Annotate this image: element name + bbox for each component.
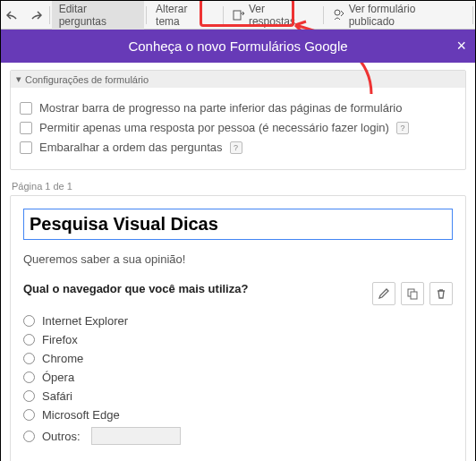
radio-option-other[interactable] bbox=[23, 431, 35, 442]
option-other-row: Outros: bbox=[23, 427, 453, 445]
banner-text: Conheça o novo Formulários Google bbox=[128, 38, 347, 54]
option-label: Ópera bbox=[42, 371, 74, 384]
view-published-button[interactable]: Ver formulário publicado bbox=[326, 0, 471, 31]
option-row: Chrome bbox=[23, 352, 453, 365]
radio-option[interactable] bbox=[23, 334, 35, 346]
option-row: Firefox bbox=[23, 333, 453, 346]
edit-questions-tab[interactable]: Editar perguntas bbox=[52, 0, 144, 31]
undo-button[interactable] bbox=[1, 3, 24, 28]
checkbox-progress-bar[interactable] bbox=[20, 102, 32, 115]
help-icon[interactable]: ? bbox=[396, 122, 409, 134]
setting-label: Permitir apenas uma resposta por pessoa … bbox=[39, 121, 389, 134]
option-row: Safári bbox=[23, 389, 453, 403]
checkbox-one-response[interactable] bbox=[20, 122, 32, 134]
option-row: Internet Explorer bbox=[23, 314, 453, 328]
edit-question-button[interactable] bbox=[372, 282, 395, 305]
view-responses-label: Ver respostas bbox=[249, 3, 314, 28]
setting-label: Embaralhar a ordem das perguntas bbox=[39, 141, 223, 154]
view-responses-icon bbox=[233, 10, 245, 21]
setting-progress-bar: Mostrar barra de progresso na parte infe… bbox=[20, 101, 456, 115]
question-text: Qual o navegador que você mais utiliza? bbox=[23, 282, 372, 295]
promo-banner: Conheça o novo Formulários Google × bbox=[1, 30, 475, 63]
option-other-label: Outros: bbox=[42, 430, 81, 443]
view-published-label: Ver formulário publicado bbox=[349, 3, 463, 28]
form-editor-card: Queremos saber a sua opinião! Qual o nav… bbox=[10, 195, 466, 461]
delete-question-button[interactable] bbox=[429, 282, 453, 305]
view-published-icon bbox=[333, 9, 345, 21]
checkbox-shuffle[interactable] bbox=[20, 141, 32, 154]
collapse-icon: ▾ bbox=[16, 73, 21, 85]
toolbar: Editar perguntas Alterar tema Ver respos… bbox=[1, 1, 475, 30]
change-theme-button[interactable]: Alterar tema bbox=[149, 0, 221, 31]
radio-option[interactable] bbox=[23, 390, 35, 402]
radio-option[interactable] bbox=[23, 315, 35, 327]
view-responses-button[interactable]: Ver respostas bbox=[225, 0, 321, 31]
radio-option[interactable] bbox=[23, 371, 35, 383]
option-label: Firefox bbox=[42, 333, 78, 346]
help-icon[interactable]: ? bbox=[230, 141, 242, 154]
radio-option[interactable] bbox=[23, 353, 35, 364]
option-label: Internet Explorer bbox=[42, 314, 128, 328]
option-label: Chrome bbox=[42, 352, 83, 365]
option-label: Safári bbox=[42, 389, 72, 403]
redo-button[interactable] bbox=[24, 3, 47, 28]
setting-label: Mostrar barra de progresso na parte infe… bbox=[39, 101, 402, 115]
setting-shuffle: Embaralhar a ordem das perguntas ? bbox=[20, 141, 456, 154]
option-other-input[interactable] bbox=[91, 427, 181, 445]
svg-rect-0 bbox=[234, 11, 241, 20]
svg-rect-3 bbox=[411, 292, 417, 299]
options-list: Internet Explorer Firefox Chrome Ópera S… bbox=[23, 314, 453, 445]
option-label: Microsoft Edge bbox=[42, 408, 120, 422]
settings-header-label: Configurações de formulário bbox=[25, 74, 149, 85]
form-description: Queremos saber a sua opinião! bbox=[23, 252, 453, 266]
option-row: Ópera bbox=[23, 371, 453, 384]
form-settings-header[interactable]: ▾ Configurações de formulário bbox=[11, 71, 465, 88]
radio-option[interactable] bbox=[23, 409, 35, 421]
setting-one-response: Permitir apenas uma resposta por pessoa … bbox=[20, 121, 456, 134]
option-row: Microsoft Edge bbox=[23, 408, 453, 422]
duplicate-question-button[interactable] bbox=[401, 282, 424, 305]
svg-point-1 bbox=[335, 10, 340, 15]
banner-close-button[interactable]: × bbox=[456, 37, 466, 55]
form-settings-panel: ▾ Configurações de formulário Mostrar ba… bbox=[10, 70, 466, 170]
page-indicator: Página 1 de 1 bbox=[12, 181, 466, 192]
form-title-input[interactable] bbox=[23, 209, 453, 240]
